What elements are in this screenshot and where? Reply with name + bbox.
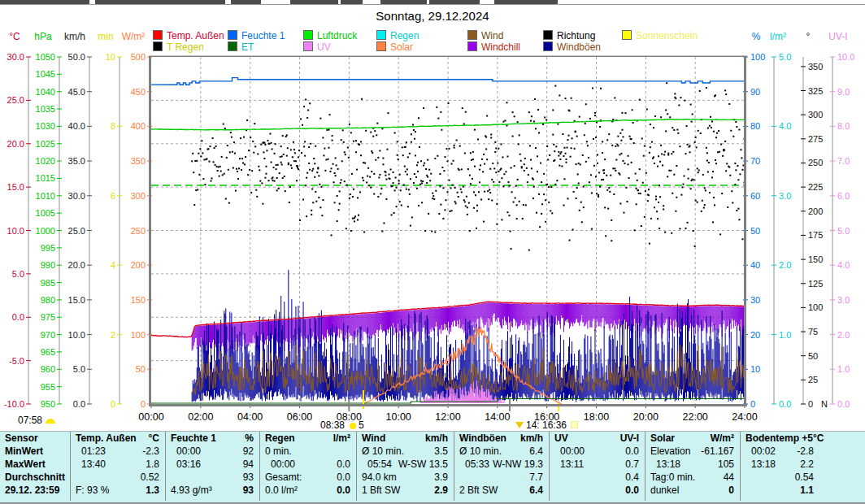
axis-tick-label: 7.0 <box>837 156 850 166</box>
rect-el <box>308 146 310 148</box>
axis-tick-label: 25 <box>808 375 818 385</box>
rect-el <box>579 210 580 211</box>
rect-el <box>309 102 311 104</box>
rect-el <box>486 115 488 117</box>
rect-el <box>631 138 632 140</box>
rect-el <box>149 404 747 406</box>
rect-el <box>684 100 685 102</box>
cell-label: 0 min. <box>265 445 292 458</box>
rect-el <box>539 226 541 228</box>
rect-el <box>602 141 603 142</box>
rect-el <box>576 163 577 165</box>
rect-el <box>301 152 302 154</box>
axis-unit-label: min <box>98 31 113 42</box>
rect-el <box>407 156 409 158</box>
div-el: 0.4 <box>550 471 645 484</box>
rect-el <box>382 163 384 165</box>
rect-el <box>318 197 319 198</box>
div-el: Regenl/m² <box>260 432 357 445</box>
rect-el <box>578 163 580 164</box>
rect-el <box>649 243 650 245</box>
rect-el <box>519 154 521 155</box>
rect-el <box>302 198 304 200</box>
rect-el <box>737 208 739 210</box>
rect-el <box>306 172 308 174</box>
rect-el <box>680 97 681 98</box>
rect-el <box>358 215 359 216</box>
axis-tick-label: 5.0 <box>779 52 791 62</box>
rect-el <box>381 231 383 232</box>
rect-el <box>399 174 401 176</box>
rect-el <box>235 190 237 192</box>
rect-el <box>637 189 639 191</box>
rect-el <box>344 180 346 182</box>
rect-el <box>487 190 489 192</box>
rect-el <box>719 151 720 153</box>
rect-el <box>637 180 638 181</box>
rect-el <box>496 224 498 225</box>
cell-label: 00:00 <box>265 458 295 471</box>
rect-el <box>299 219 301 221</box>
rect-el <box>233 141 235 143</box>
rect-el <box>657 166 659 167</box>
axis-tick-label: 2 <box>111 330 115 340</box>
rect-el <box>629 136 631 137</box>
rect-el <box>569 110 571 111</box>
rect-el <box>288 163 289 165</box>
first-sunshine-annotation: 08:385 <box>320 419 364 431</box>
rect-el <box>596 193 598 194</box>
rect-el <box>423 165 424 167</box>
rect-el <box>399 201 401 202</box>
axis-tick-label: 1025 <box>36 139 55 149</box>
rect-el <box>706 147 707 149</box>
rect-el <box>583 206 585 208</box>
rect-el <box>534 98 536 100</box>
rect-el <box>263 151 264 153</box>
rect-el <box>494 151 496 153</box>
rect-el <box>293 141 294 143</box>
rect-el <box>333 163 334 165</box>
rect-el <box>545 199 546 201</box>
rect-el <box>439 173 441 175</box>
legend-swatch-icon <box>303 30 313 40</box>
rect-el <box>291 167 293 169</box>
column-name: Regen <box>265 432 295 445</box>
rect-el <box>687 144 689 146</box>
rect-el <box>563 147 565 149</box>
rect-el <box>676 165 677 167</box>
legend-label: Temp. Außen <box>167 30 224 41</box>
axis-tick-label: 0 <box>808 399 813 409</box>
rect-el <box>514 165 515 167</box>
rect-el <box>738 219 740 220</box>
rect-el <box>458 196 459 198</box>
rect-el <box>319 206 321 208</box>
rect-el <box>565 159 567 160</box>
axis-tick-label: 20.0 <box>68 260 85 270</box>
div-el: 01:23-2.3 <box>71 445 166 458</box>
rect-el <box>257 153 259 154</box>
rect-el <box>351 173 353 175</box>
rect-el <box>361 98 363 100</box>
div-el: dunkel0 <box>645 484 741 497</box>
legend-swatch-icon <box>228 41 237 51</box>
rect-el <box>661 154 663 155</box>
rect-el <box>314 163 315 164</box>
div-el: 1 Bft SW2.9 <box>357 484 454 497</box>
rect-el <box>605 235 606 237</box>
rect-el <box>355 140 357 141</box>
rect-el <box>483 154 485 155</box>
rect-el <box>349 198 350 199</box>
axis-tick-label: 100 <box>750 52 765 62</box>
rect-el <box>460 189 462 190</box>
rect-el <box>323 154 324 156</box>
rect-el <box>690 188 692 189</box>
axis-tick-label: 275 <box>808 134 823 144</box>
rect-el <box>280 156 281 158</box>
rect-el <box>382 158 384 159</box>
rect-el <box>580 163 581 165</box>
rect-el <box>401 205 402 206</box>
column-name: Bodentemp +5 <box>745 432 813 445</box>
div-el: 0.0 <box>550 484 645 497</box>
rect-el <box>564 153 566 154</box>
rect-el <box>727 206 728 208</box>
